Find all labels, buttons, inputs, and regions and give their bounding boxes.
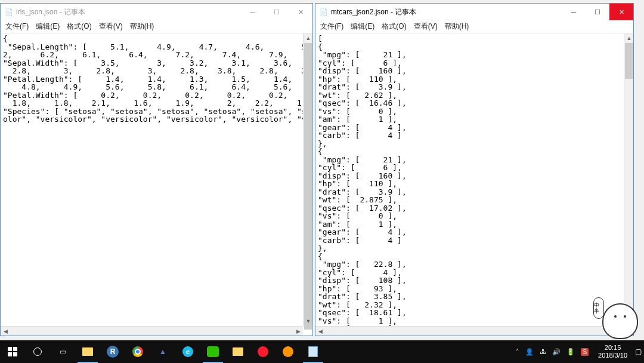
scroll-down-arrow[interactable]: ▼ — [304, 316, 312, 326]
titlebar[interactable]: 📄 iris_json.json - 记事本 ─ ☐ ✕ — [1, 4, 312, 20]
notepad-icon: 📄 — [319, 7, 329, 17]
triangle-icon: ▲ — [159, 347, 166, 356]
window-title: iris_json.json - 记事本 — [16, 7, 241, 17]
window-controls: ─ ☐ ✕ — [562, 4, 633, 20]
start-button[interactable] — [0, 340, 25, 363]
menu-edit[interactable]: 编辑(E) — [347, 20, 378, 33]
menubar: 文件(F) 编辑(E) 格式(O) 查看(V) 帮助(H) — [315, 20, 633, 33]
ie-icon: e — [182, 346, 193, 357]
close-button[interactable]: ✕ — [289, 4, 312, 20]
menu-file[interactable]: 文件(F) — [317, 20, 347, 33]
scroll-up-arrow[interactable]: ▲ — [624, 33, 633, 43]
menu-edit[interactable]: 编辑(E) — [32, 20, 63, 33]
cortana-icon — [33, 347, 42, 356]
svg-rect-2 — [8, 352, 12, 356]
r-icon: R — [107, 346, 119, 358]
svg-rect-0 — [8, 347, 12, 351]
scroll-left-arrow[interactable]: ◀ — [1, 327, 10, 336]
scroll-left-arrow[interactable]: ◀ — [315, 327, 325, 336]
taskbar-wechat[interactable] — [200, 340, 225, 363]
mascot-body — [602, 303, 638, 339]
notepad-window-mtcars: 📄 mtcars_json2.json - 记事本 ─ ☐ ✕ 文件(F) 编辑… — [315, 3, 634, 336]
titlebar[interactable]: 📄 mtcars_json2.json - 记事本 ─ ☐ ✕ — [315, 4, 633, 20]
taskbar-app2[interactable] — [275, 340, 301, 363]
volume-icon[interactable]: 🔊 — [552, 348, 561, 356]
opera-icon — [258, 346, 268, 357]
clock-date: 2018/3/10 — [598, 352, 627, 359]
taskbar-rstudio[interactable]: R — [100, 340, 125, 363]
desktop-mascot[interactable]: 中 半 — [596, 297, 638, 339]
menu-view[interactable]: 查看(V) — [95, 20, 126, 33]
notepad-icon: 📄 — [4, 7, 14, 17]
close-button[interactable]: ✕ — [609, 4, 633, 20]
maximize-button[interactable]: ☐ — [265, 4, 289, 20]
menu-format[interactable]: 格式(O) — [63, 20, 95, 33]
menubar: 文件(F) 编辑(E) 格式(O) 查看(V) 帮助(H) — [1, 20, 312, 33]
maximize-button[interactable]: ☐ — [586, 4, 609, 20]
system-tray: ˄ 👤 🖧 🔊 🔋 S — [511, 340, 593, 363]
wechat-icon — [207, 346, 219, 357]
svg-rect-1 — [13, 347, 17, 351]
scroll-thumb[interactable] — [625, 43, 633, 79]
battery-icon[interactable]: 🔋 — [566, 348, 575, 356]
tray-up-icon[interactable]: ˄ — [516, 348, 519, 356]
taskbar-ie[interactable]: e — [175, 340, 200, 363]
menu-format[interactable]: 格式(O) — [378, 20, 410, 33]
taskbar-right: ˄ 👤 🖧 🔊 🔋 S 20:15 2018/3/10 ▢ — [511, 340, 644, 363]
taskbar-explorer2[interactable] — [225, 340, 250, 363]
notepad-window-iris: 📄 iris_json.json - 记事本 ─ ☐ ✕ 文件(F) 编辑(E)… — [0, 3, 313, 336]
menu-help[interactable]: 帮助(H) — [441, 20, 473, 33]
horizontal-scrollbar[interactable]: ◀ ▶ — [315, 326, 624, 336]
scroll-up-arrow[interactable]: ▲ — [304, 33, 312, 43]
action-center-button[interactable]: ▢ — [632, 340, 644, 363]
horizontal-scrollbar[interactable]: ◀ ▶ — [1, 326, 303, 336]
taskbar-opera[interactable] — [250, 340, 275, 363]
notification-icon: ▢ — [635, 347, 642, 356]
taskview-button[interactable]: ▭ — [50, 340, 75, 363]
text-content[interactable]: [ { "mpg": [ 21 ], "cyl": [ 6 ], "disp":… — [315, 33, 633, 336]
taskbar-left: ▭ R ▲ e — [0, 340, 326, 363]
taskbar-app1[interactable]: ▲ — [150, 340, 175, 363]
window-title: mtcars_json2.json - 记事本 — [331, 7, 562, 17]
chrome-icon — [132, 346, 143, 357]
notepad-icon — [308, 346, 318, 357]
vertical-scrollbar[interactable]: ▲ ▼ — [303, 33, 312, 326]
taskbar-clock[interactable]: 20:15 2018/3/10 — [593, 344, 632, 359]
window-controls: ─ ☐ ✕ — [241, 4, 312, 20]
taskbar-explorer[interactable] — [75, 340, 100, 363]
ime-icon[interactable]: S — [581, 348, 589, 356]
editor-area: { "Sepal.Length": [ 5.1, 4.9, 4.7, 4.6, … — [1, 33, 312, 336]
minimize-button[interactable]: ─ — [241, 4, 265, 20]
taskview-icon: ▭ — [60, 347, 66, 356]
minimize-button[interactable]: ─ — [562, 4, 586, 20]
scroll-right-arrow[interactable]: ▶ — [293, 327, 303, 336]
menu-view[interactable]: 查看(V) — [410, 20, 441, 33]
people-icon[interactable]: 👤 — [525, 348, 534, 356]
taskbar-chrome[interactable] — [125, 340, 150, 363]
folder-icon — [82, 347, 93, 356]
orange-icon — [283, 346, 293, 357]
vertical-scrollbar[interactable]: ▲ ▼ — [624, 33, 633, 326]
svg-rect-3 — [13, 352, 17, 356]
clock-time: 20:15 — [598, 344, 627, 352]
editor-area: [ { "mpg": [ 21 ], "cyl": [ 6 ], "disp":… — [315, 33, 633, 336]
cortana-button[interactable] — [25, 340, 50, 363]
network-icon[interactable]: 🖧 — [540, 348, 546, 355]
taskbar: ▭ R ▲ e ˄ 👤 🖧 🔊 🔋 S 20:15 2018/3/1 — [0, 340, 644, 363]
menu-file[interactable]: 文件(F) — [2, 20, 32, 33]
taskbar-notepad[interactable] — [301, 340, 326, 363]
menu-help[interactable]: 帮助(H) — [126, 20, 158, 33]
folder-icon — [233, 347, 243, 356]
scroll-thumb[interactable] — [304, 43, 312, 330]
text-content[interactable]: { "Sepal.Length": [ 5.1, 4.9, 4.7, 4.6, … — [1, 33, 312, 336]
